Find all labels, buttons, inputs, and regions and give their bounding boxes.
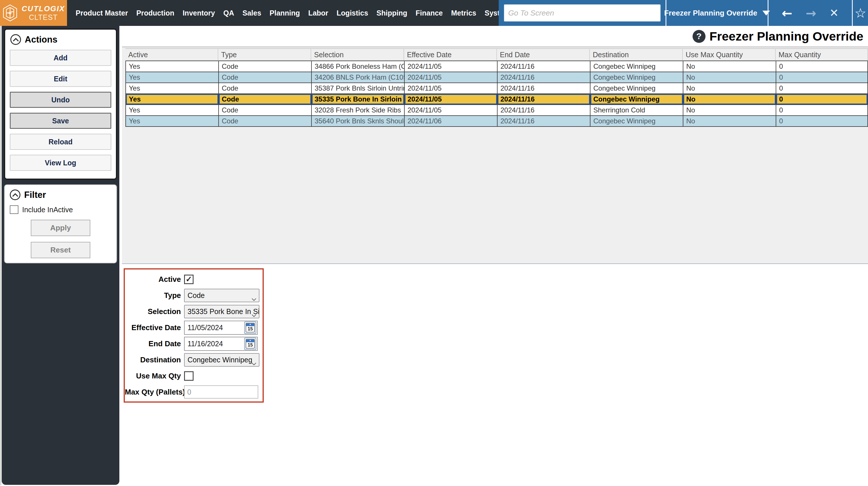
save-button[interactable]: Save <box>10 113 111 129</box>
max-qty-input[interactable]: 0 <box>184 385 258 399</box>
column-header-type[interactable]: Type <box>218 48 311 60</box>
collapse-chevron-up-icon[interactable] <box>10 34 21 45</box>
cell-active[interactable]: Yes <box>126 61 219 71</box>
cell-end-date[interactable]: 2024/11/16 <box>498 83 590 93</box>
cell-destination[interactable]: Congebec Winnipeg <box>590 94 683 104</box>
column-header-effective-date[interactable]: Effective Date <box>404 48 497 60</box>
table-row[interactable]: Yes Code 32028 Fresh Pork Side Ribs 2024… <box>125 105 868 116</box>
type-dropdown[interactable]: Code <box>184 289 259 302</box>
cell-use-max-quantity[interactable]: No <box>683 83 776 93</box>
cell-effective-date[interactable]: 2024/11/05 <box>405 72 498 83</box>
cell-use-max-quantity[interactable]: No <box>683 105 776 115</box>
cell-active[interactable]: Yes <box>126 105 219 115</box>
undo-button[interactable]: Undo <box>10 92 111 108</box>
table-row[interactable]: Yes Code 34866 Pork Boneless Ham (C1 202… <box>125 61 868 72</box>
use-max-qty-checkbox[interactable] <box>184 371 193 381</box>
include-inactive-checkbox[interactable] <box>10 205 19 214</box>
go-to-screen-input[interactable] <box>504 4 661 22</box>
cell-end-date[interactable]: 2024/11/16 <box>498 72 590 83</box>
menu-item-logistics[interactable]: Logistics <box>337 9 368 17</box>
cell-type[interactable]: Code <box>219 72 312 83</box>
selection-dropdown[interactable]: 35335 Pork Bone In Sirloin <box>184 305 259 318</box>
table-row-selected[interactable]: Yes Code 35335 Pork Bone In Sirloin 2024… <box>125 94 868 105</box>
menu-item-qa[interactable]: QA <box>223 9 234 17</box>
cell-effective-date[interactable]: 2024/11/05 <box>405 94 498 104</box>
menu-item-labor[interactable]: Labor <box>308 9 328 17</box>
help-icon[interactable]: ? <box>692 30 706 43</box>
reload-button[interactable]: Reload <box>10 134 111 150</box>
column-header-max-quantity[interactable]: Max Quantity <box>776 48 868 60</box>
active-checkbox[interactable]: ✓ <box>184 275 193 284</box>
favorite-star-icon[interactable]: ☆ <box>855 5 866 21</box>
cell-destination[interactable]: Congebec Winnipeg <box>590 116 683 126</box>
cell-type[interactable]: Code <box>219 116 312 126</box>
cell-active[interactable]: Yes <box>126 83 219 93</box>
cell-active[interactable]: Yes <box>126 116 219 126</box>
menu-item-system[interactable]: System <box>485 9 499 17</box>
cell-effective-date[interactable]: 2024/11/05 <box>405 61 498 71</box>
cell-selection[interactable]: 35335 Pork Bone In Sirloin <box>312 94 405 104</box>
cell-selection[interactable]: 34206 BNLS Pork Ham (C105) <box>312 72 405 83</box>
menu-item-metrics[interactable]: Metrics <box>451 9 476 17</box>
cell-use-max-quantity[interactable]: No <box>683 94 776 104</box>
destination-dropdown[interactable]: Congebec Winnipeg <box>184 353 259 367</box>
cell-selection[interactable]: 35387 Pork Bnls Sirloin Untrim <box>312 83 405 93</box>
table-row[interactable]: Yes Code 34206 BNLS Pork Ham (C105) 2024… <box>125 72 868 83</box>
end-date-calendar-button[interactable]: 15 <box>244 338 256 350</box>
close-icon[interactable]: ✕ <box>830 7 839 19</box>
apply-button[interactable]: Apply <box>31 220 90 236</box>
cell-destination[interactable]: Congebec Winnipeg <box>590 61 683 71</box>
menu-item-shipping[interactable]: Shipping <box>376 9 407 17</box>
cell-effective-date[interactable]: 2024/11/05 <box>405 83 498 93</box>
back-arrow-icon[interactable]: ← <box>782 6 793 21</box>
cell-selection[interactable]: 35640 Pork Bnls Sknls Shoulder <box>312 116 405 126</box>
cell-max-quantity[interactable]: 0 <box>776 94 868 104</box>
screen-selector-dropdown[interactable]: Freezer Planning Override <box>666 9 768 18</box>
cell-end-date[interactable]: 2024/11/16 <box>498 61 590 71</box>
column-header-selection[interactable]: Selection <box>311 48 404 60</box>
cell-use-max-quantity[interactable]: No <box>683 61 776 71</box>
cell-max-quantity[interactable]: 0 <box>776 61 868 71</box>
cell-end-date[interactable]: 2024/11/16 <box>498 116 590 126</box>
menu-item-inventory[interactable]: Inventory <box>183 9 215 17</box>
cell-destination[interactable]: Sherrington Cold <box>590 105 683 115</box>
menu-item-finance[interactable]: Finance <box>415 9 443 17</box>
column-header-end-date[interactable]: End Date <box>497 48 590 60</box>
reset-button[interactable]: Reset <box>31 242 90 258</box>
view-log-button[interactable]: View Log <box>10 155 111 171</box>
effective-date-input[interactable]: 11/05/2024 15 <box>184 321 258 335</box>
add-button[interactable]: Add <box>10 50 111 66</box>
cell-max-quantity[interactable]: 0 <box>776 83 868 93</box>
column-header-use-max-quantity[interactable]: Use Max Quantity <box>683 48 776 60</box>
edit-button[interactable]: Edit <box>10 71 111 87</box>
cell-type[interactable]: Code <box>219 83 312 93</box>
cell-destination[interactable]: Congebec Winnipeg <box>590 83 683 93</box>
column-header-destination[interactable]: Destination <box>590 48 683 60</box>
cell-max-quantity[interactable]: 0 <box>776 72 868 83</box>
cell-effective-date[interactable]: 2024/11/06 <box>405 116 498 126</box>
cell-type[interactable]: Code <box>219 105 312 115</box>
cell-selection[interactable]: 32028 Fresh Pork Side Ribs <box>312 105 405 115</box>
cell-use-max-quantity[interactable]: No <box>683 72 776 83</box>
menu-item-product-master[interactable]: Product Master <box>75 9 128 17</box>
cell-effective-date[interactable]: 2024/11/05 <box>405 105 498 115</box>
cell-selection[interactable]: 34866 Pork Boneless Ham (C1 <box>312 61 405 71</box>
table-row[interactable]: Yes Code 35640 Pork Bnls Sknls Shoulder … <box>125 116 868 127</box>
column-header-active[interactable]: Active <box>125 48 218 60</box>
cell-active[interactable]: Yes <box>126 72 219 83</box>
cell-end-date[interactable]: 2024/11/16 <box>498 94 590 104</box>
menu-item-production[interactable]: Production <box>136 9 174 17</box>
forward-arrow-icon[interactable]: → <box>806 6 816 21</box>
cell-max-quantity[interactable]: 0 <box>776 105 868 115</box>
table-row[interactable]: Yes Code 35387 Pork Bnls Sirloin Untrim … <box>125 83 868 94</box>
menu-item-planning[interactable]: Planning <box>270 9 300 17</box>
cell-type[interactable]: Code <box>219 94 312 104</box>
effective-date-calendar-button[interactable]: 15 <box>244 322 256 334</box>
cell-destination[interactable]: Congebec Winnipeg <box>590 72 683 83</box>
end-date-input[interactable]: 11/16/2024 15 <box>184 337 258 351</box>
menu-item-sales[interactable]: Sales <box>243 9 261 17</box>
cell-type[interactable]: Code <box>219 61 312 71</box>
cell-end-date[interactable]: 2024/11/16 <box>498 105 590 115</box>
collapse-chevron-up-icon[interactable] <box>10 189 21 200</box>
cell-active[interactable]: Yes <box>126 94 219 104</box>
